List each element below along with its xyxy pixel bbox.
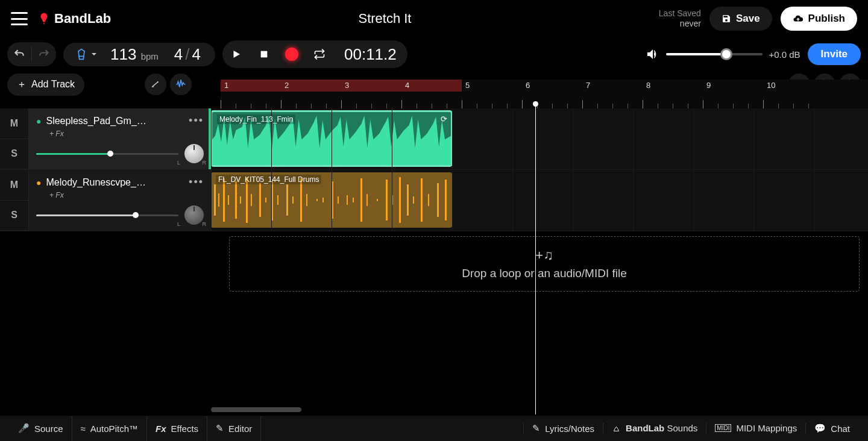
svg-rect-24 bbox=[353, 198, 354, 202]
save-button[interactable]: Save bbox=[709, 7, 772, 31]
playhead[interactable] bbox=[535, 101, 536, 414]
undo-button[interactable] bbox=[7, 42, 31, 66]
svg-rect-31 bbox=[407, 184, 409, 216]
clip-loop-icon[interactable]: ⟳ bbox=[441, 114, 447, 124]
horizontal-scrollbar[interactable] bbox=[211, 407, 301, 412]
autopitch-icon: ≈ bbox=[81, 424, 86, 434]
last-saved-label: Last Saved bbox=[659, 8, 701, 19]
mic-icon: 🎤 bbox=[18, 423, 30, 434]
bottom-bar: 🎤Source ≈AutoPitch™ FxEffects ✎Editor ✎L… bbox=[0, 416, 868, 441]
timecode[interactable]: 00:11.2 bbox=[333, 45, 407, 64]
track-header-2[interactable]: ● Melody_Runescvpe_… ••• + Fx LR bbox=[29, 170, 211, 231]
track-fx-1[interactable]: + Fx bbox=[49, 130, 204, 138]
svg-rect-11 bbox=[259, 183, 261, 217]
fx-icon: Fx bbox=[156, 424, 166, 434]
tempo-value[interactable]: 113 bpm bbox=[105, 45, 163, 64]
redo-button[interactable] bbox=[32, 42, 56, 66]
track-volume-1[interactable] bbox=[36, 153, 178, 155]
save-icon bbox=[722, 14, 731, 23]
svg-rect-19 bbox=[316, 199, 318, 201]
solo-button-2[interactable]: S bbox=[0, 201, 28, 231]
last-saved: Last Saved never bbox=[659, 8, 701, 29]
loop-region[interactable] bbox=[221, 80, 462, 92]
track-lane-1[interactable]: Melody_Fin_113_Fmin ⟳ bbox=[211, 108, 868, 169]
volume-icon[interactable] bbox=[646, 47, 660, 61]
svg-rect-3 bbox=[214, 184, 216, 216]
svg-rect-0 bbox=[261, 51, 268, 58]
svg-rect-7 bbox=[235, 181, 237, 219]
track-volume-2[interactable] bbox=[36, 214, 178, 216]
solo-button-1[interactable]: S bbox=[0, 139, 28, 170]
editor-panel[interactable]: ✎Editor bbox=[207, 416, 261, 441]
ruler-number: 7 bbox=[586, 81, 590, 90]
invite-button[interactable]: Invite bbox=[808, 43, 861, 65]
ruler-number: 10 bbox=[767, 81, 775, 90]
stop-button[interactable] bbox=[250, 40, 278, 68]
autopitch-panel[interactable]: ≈AutoPitch™ bbox=[72, 416, 147, 441]
chat-panel[interactable]: 💬Chat bbox=[805, 423, 858, 434]
add-track-label: Add Track bbox=[31, 79, 75, 90]
svg-rect-18 bbox=[306, 194, 307, 206]
pencil-icon: ✎ bbox=[216, 423, 224, 434]
cloud-icon bbox=[793, 13, 804, 24]
svg-rect-22 bbox=[338, 196, 339, 204]
master-db: +0.0 dB bbox=[769, 49, 800, 60]
track-menu-1[interactable]: ••• bbox=[189, 114, 204, 127]
svg-rect-34 bbox=[428, 194, 429, 206]
automation-tool[interactable] bbox=[145, 74, 166, 95]
effects-panel[interactable]: FxEffects bbox=[147, 416, 207, 441]
clip-label-2: FL_DV_KIT05_144_Full Drums bbox=[216, 175, 321, 184]
ruler-number: 6 bbox=[526, 81, 530, 90]
timeline-ruler[interactable]: 12345678910 bbox=[221, 80, 868, 108]
ruler-number: 1 bbox=[224, 81, 228, 90]
ruler-number: 8 bbox=[646, 81, 650, 90]
waveform-tool[interactable] bbox=[170, 74, 192, 95]
clip-label-1: Melody_Fin_113_Fmin bbox=[217, 114, 295, 124]
publish-label: Publish bbox=[808, 13, 845, 25]
mic-icon: ● bbox=[36, 116, 41, 126]
bpm-label: bpm bbox=[141, 51, 159, 61]
sounds-panel[interactable]: 🜂BandLab Sounds bbox=[603, 423, 706, 433]
ruler-number: 3 bbox=[345, 81, 349, 90]
pen-icon: ✎ bbox=[532, 423, 540, 434]
logo[interactable]: BandLab bbox=[37, 11, 111, 27]
svg-rect-15 bbox=[286, 184, 288, 216]
source-panel[interactable]: 🎤Source bbox=[10, 416, 72, 441]
logo-text: BandLab bbox=[54, 11, 111, 27]
plus-icon: ＋ bbox=[17, 78, 27, 91]
svg-rect-5 bbox=[223, 178, 225, 222]
metronome-button[interactable] bbox=[69, 48, 103, 61]
lyrics-panel[interactable]: ✎Lyrics/Notes bbox=[523, 423, 603, 434]
track-header-1[interactable]: ● Sleepless_Pad_Gm_… ••• + Fx LR bbox=[29, 108, 211, 169]
bandlab-icon: 🜂 bbox=[612, 423, 621, 433]
master-volume-slider[interactable] bbox=[666, 53, 763, 55]
mute-button-1[interactable]: M bbox=[0, 108, 28, 139]
drop-zone-text: Drop a loop or an audio/MIDI file bbox=[462, 267, 627, 280]
time-signature[interactable]: 4/4 bbox=[166, 45, 209, 64]
svg-rect-16 bbox=[292, 196, 294, 204]
mute-button-2[interactable]: M bbox=[0, 170, 28, 201]
drop-zone[interactable]: +♫ Drop a loop or an audio/MIDI file bbox=[229, 236, 860, 292]
midi-panel[interactable]: MIDIMIDI Mappings bbox=[706, 423, 805, 433]
svg-rect-33 bbox=[421, 178, 423, 222]
track-menu-2[interactable]: ••• bbox=[189, 176, 204, 189]
svg-rect-12 bbox=[265, 198, 266, 202]
add-track-button[interactable]: ＋ Add Track bbox=[7, 74, 84, 96]
loop-button[interactable] bbox=[306, 40, 333, 68]
project-title[interactable]: Stretch It bbox=[358, 11, 411, 27]
svg-rect-20 bbox=[322, 198, 324, 202]
svg-rect-6 bbox=[228, 195, 229, 205]
ruler-number: 4 bbox=[405, 81, 409, 90]
mic-icon: ● bbox=[36, 178, 41, 187]
track-fx-2[interactable]: + Fx bbox=[49, 191, 204, 199]
svg-rect-8 bbox=[240, 196, 241, 204]
publish-button[interactable]: Publish bbox=[781, 7, 857, 31]
play-button[interactable] bbox=[222, 40, 250, 68]
record-button[interactable] bbox=[278, 40, 306, 68]
midi-icon: MIDI bbox=[715, 424, 731, 432]
chevron-down-icon bbox=[91, 51, 97, 57]
svg-rect-25 bbox=[360, 178, 362, 222]
track-lane-2[interactable]: FL_DV_KIT05_144_Full Drums bbox=[211, 170, 868, 231]
ruler-number: 5 bbox=[465, 81, 470, 90]
menu-button[interactable] bbox=[11, 12, 28, 25]
